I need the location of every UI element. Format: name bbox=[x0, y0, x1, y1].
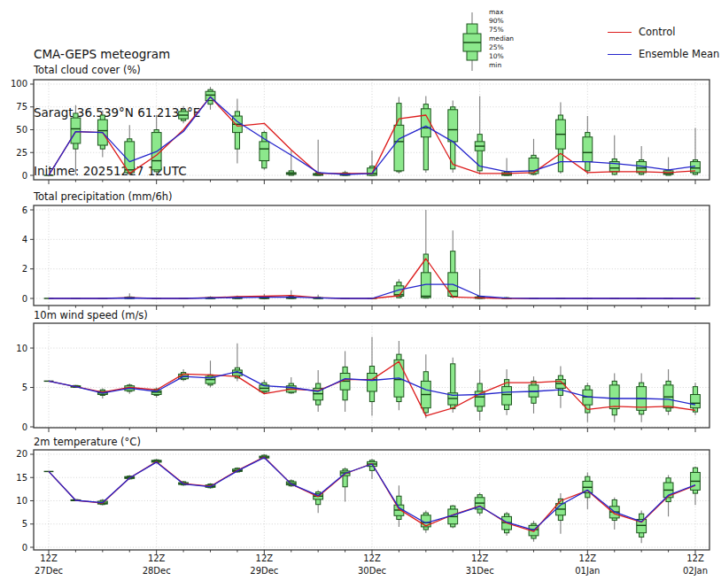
panel-title-precipitation: Total precipitation (mm/6h) bbox=[33, 190, 172, 203]
x-tick-time-label: 12Z bbox=[256, 553, 274, 563]
panel-temp: 0510152012Z27Dec12Z28Dec12Z29Dec12Z30Dec… bbox=[16, 449, 709, 576]
x-tick-date-label: 31Dec bbox=[466, 566, 494, 576]
x-tick-date-label: 30Dec bbox=[358, 566, 386, 576]
temp-y-tick-label: 10 bbox=[16, 496, 27, 506]
temp-y-tick-label: 0 bbox=[22, 543, 27, 553]
cloud-y-tick-label: 50 bbox=[16, 125, 27, 135]
precip-y-tick-label: 2 bbox=[22, 264, 27, 274]
cloud-y-tick-label: 0 bbox=[22, 171, 27, 181]
x-tick-time-label: 12Z bbox=[363, 553, 381, 563]
precip-control-line bbox=[49, 259, 695, 298]
cloud-y-tick-label: 75 bbox=[16, 102, 27, 112]
wind-y-tick-label: 10 bbox=[16, 344, 27, 353]
panel-title-wind-speed: 10m wind speed (m/s) bbox=[34, 309, 148, 321]
x-tick-time-label: 12Z bbox=[686, 553, 704, 563]
panel-wind: 0510 bbox=[16, 323, 709, 432]
panel-precip: 0246 bbox=[22, 205, 709, 311]
temp-y-tick-label: 5 bbox=[22, 519, 27, 529]
cloud-y-tick-label: 100 bbox=[11, 79, 27, 89]
temp-y-tick-label: 20 bbox=[16, 449, 27, 459]
panel-title-temperature: 2m temperature (°C) bbox=[34, 436, 141, 448]
x-tick-date-label: 27Dec bbox=[35, 566, 63, 576]
meteogram-chart: Total cloud cover (%) Total precipitatio… bbox=[0, 0, 721, 588]
panel-title-cloud-cover: Total cloud cover (%) bbox=[33, 64, 141, 76]
cloud-y-tick-label: 25 bbox=[16, 148, 27, 158]
wind-y-tick-label: 5 bbox=[22, 383, 27, 392]
temp-y-tick-label: 15 bbox=[16, 473, 27, 483]
x-tick-time-label: 12Z bbox=[40, 553, 58, 563]
precip-y-tick-label: 0 bbox=[22, 294, 27, 304]
x-tick-time-label: 12Z bbox=[471, 553, 489, 563]
precip-y-tick-label: 4 bbox=[22, 235, 27, 244]
precip-y-tick-label: 6 bbox=[22, 205, 27, 215]
x-tick-date-label: 02Jan bbox=[683, 566, 708, 576]
wind-y-tick-label: 0 bbox=[22, 422, 27, 432]
x-tick-date-label: 28Dec bbox=[143, 566, 171, 576]
x-tick-time-label: 12Z bbox=[579, 553, 597, 563]
x-tick-date-label: 01Jan bbox=[575, 566, 600, 576]
meteogram-figure: CMA-GEPS meteogram Saragt 36.539°N 61.21… bbox=[0, 0, 721, 588]
panel-cloud: 0255075100 bbox=[11, 79, 709, 184]
x-tick-date-label: 29Dec bbox=[250, 566, 278, 576]
x-tick-time-label: 12Z bbox=[148, 553, 166, 563]
